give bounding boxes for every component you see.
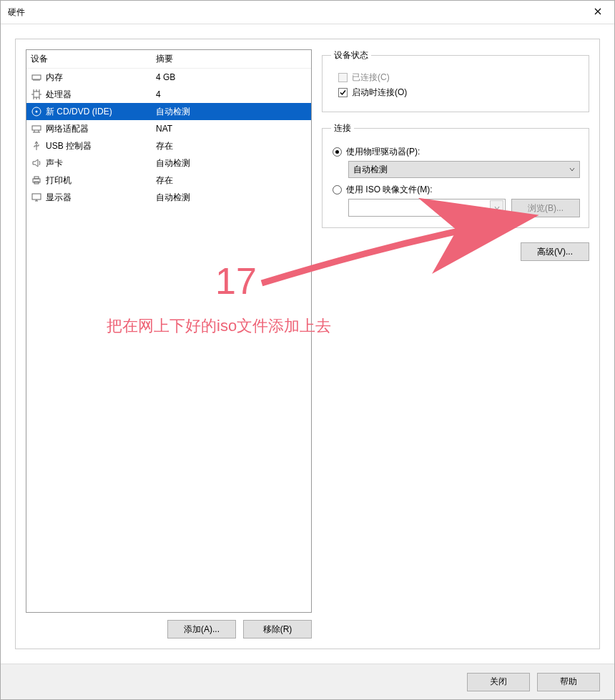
close-button[interactable] xyxy=(581,1,614,24)
device-row-network[interactable]: 网络适配器 NAT xyxy=(26,120,311,137)
connected-label: 已连接(C) xyxy=(352,72,390,84)
device-row-printer[interactable]: 打印机 存在 xyxy=(26,172,311,189)
close-dialog-button[interactable]: 关闭 xyxy=(467,673,530,691)
browse-button[interactable]: 浏览(B)... xyxy=(511,199,580,217)
use-iso-radio[interactable] xyxy=(333,185,342,194)
device-row-display[interactable]: 显示器 自动检测 xyxy=(26,189,311,206)
usb-icon xyxy=(31,140,42,152)
content-panel: 设备 摘要 内存 4 GB 处理器 xyxy=(15,39,600,649)
device-summary: 4 xyxy=(156,89,307,99)
svg-rect-1 xyxy=(34,92,39,97)
svg-rect-0 xyxy=(32,75,41,79)
header-device: 设备 xyxy=(31,53,156,65)
connect-on-poweron-label: 启动时连接(O) xyxy=(352,87,407,99)
device-list[interactable]: 设备 摘要 内存 4 GB 处理器 xyxy=(26,49,312,613)
connection-legend: 连接 xyxy=(331,122,354,134)
device-row-memory[interactable]: 内存 4 GB xyxy=(26,69,311,86)
memory-icon xyxy=(31,72,42,83)
hardware-dialog: 硬件 设备 摘要 内存 xyxy=(0,0,615,700)
display-icon xyxy=(31,192,42,203)
device-row-sound[interactable]: 声卡 自动检测 xyxy=(26,154,311,172)
connected-row[interactable]: 已连接(C) xyxy=(338,72,580,84)
svg-rect-8 xyxy=(32,194,41,199)
chevron-down-icon xyxy=(569,164,575,174)
use-iso-label: 使用 ISO 映像文件(M): xyxy=(346,184,433,196)
use-iso-row[interactable]: 使用 ISO 映像文件(M): xyxy=(333,184,580,196)
device-summary: 4 GB xyxy=(156,72,307,82)
remove-button[interactable]: 移除(R) xyxy=(243,620,312,639)
svg-rect-4 xyxy=(32,126,41,130)
disc-icon xyxy=(31,106,42,117)
device-summary: 存在 xyxy=(156,174,307,187)
device-summary: NAT xyxy=(156,124,307,134)
device-label: 内存 xyxy=(46,72,63,84)
chevron-down-icon xyxy=(490,200,503,215)
cpu-icon xyxy=(31,89,42,100)
header-summary: 摘要 xyxy=(156,53,307,65)
device-summary: 自动检测 xyxy=(156,106,307,118)
device-row-cpu[interactable]: 处理器 4 xyxy=(26,86,311,103)
help-button[interactable]: 帮助 xyxy=(537,673,600,691)
device-summary: 存在 xyxy=(156,140,307,152)
device-row-cddvd[interactable]: 新 CD/DVD (IDE) 自动检测 xyxy=(26,103,311,120)
add-button[interactable]: 添加(A)... xyxy=(167,620,236,639)
right-pane: 设备状态 已连接(C) 启动时连接(O) 连接 xyxy=(322,49,589,639)
use-physical-label: 使用物理驱动器(P): xyxy=(346,146,420,158)
sound-icon xyxy=(31,157,42,169)
device-label: 打印机 xyxy=(46,174,72,187)
connected-checkbox xyxy=(338,73,348,82)
device-label: 处理器 xyxy=(46,89,72,101)
iso-path-combo[interactable] xyxy=(348,199,506,217)
device-summary: 自动检测 xyxy=(156,157,307,169)
device-label: USB 控制器 xyxy=(46,140,92,152)
svg-point-3 xyxy=(36,111,38,113)
network-icon xyxy=(31,123,42,134)
close-icon xyxy=(594,7,601,17)
title-bar: 硬件 xyxy=(1,1,614,24)
connect-on-poweron-checkbox[interactable] xyxy=(338,88,348,97)
device-summary: 自动检测 xyxy=(156,192,307,204)
dialog-body: 设备 摘要 内存 4 GB 处理器 xyxy=(1,24,614,664)
device-label: 新 CD/DVD (IDE) xyxy=(46,106,112,118)
device-list-header: 设备 摘要 xyxy=(26,50,311,69)
device-label: 网络适配器 xyxy=(46,123,89,135)
connect-on-poweron-row[interactable]: 启动时连接(O) xyxy=(338,87,580,99)
check-icon xyxy=(339,89,347,97)
printer-icon xyxy=(31,174,42,186)
device-list-buttons: 添加(A)... 移除(R) xyxy=(26,620,312,639)
device-row-usb[interactable]: USB 控制器 存在 xyxy=(26,137,311,154)
device-label: 显示器 xyxy=(46,192,72,204)
connection-group: 连接 使用物理驱动器(P): 自动检测 使用 ISO 映像文件(M): xyxy=(322,122,589,228)
device-status-group: 设备状态 已连接(C) 启动时连接(O) xyxy=(322,49,589,112)
svg-rect-6 xyxy=(34,177,39,179)
advanced-button[interactable]: 高级(V)... xyxy=(521,242,589,261)
dialog-footer: 关闭 帮助 xyxy=(1,664,614,699)
left-pane: 设备 摘要 内存 4 GB 处理器 xyxy=(26,49,312,639)
device-status-legend: 设备状态 xyxy=(331,49,371,61)
window-title: 硬件 xyxy=(8,6,25,19)
use-physical-radio[interactable] xyxy=(333,147,342,157)
physical-drive-select[interactable]: 自动检测 xyxy=(348,161,580,178)
use-physical-row[interactable]: 使用物理驱动器(P): xyxy=(333,146,580,158)
physical-drive-value: 自动检测 xyxy=(353,164,388,176)
device-label: 声卡 xyxy=(46,157,63,169)
